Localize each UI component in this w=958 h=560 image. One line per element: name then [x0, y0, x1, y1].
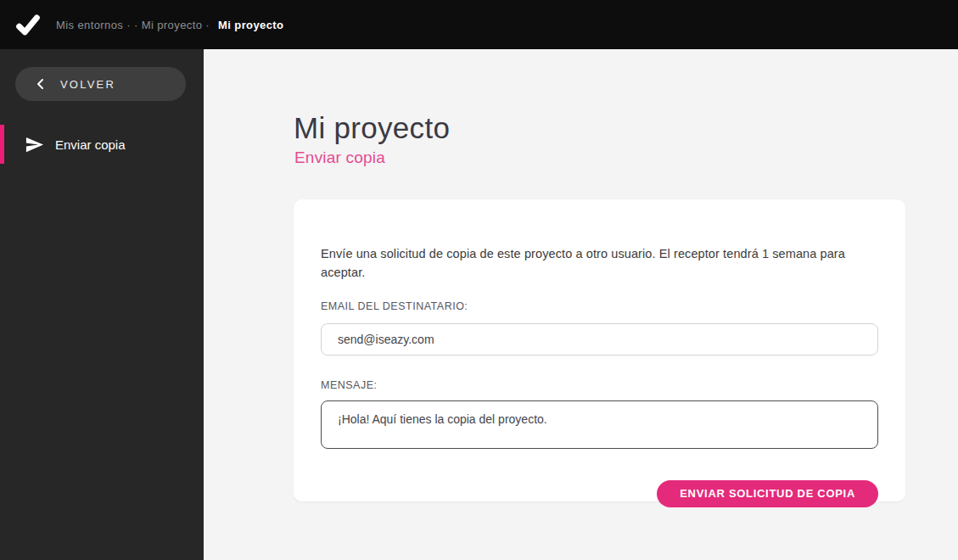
breadcrumb-trail[interactable]: Mis entornos · · Mi proyecto · — [56, 19, 210, 31]
chevron-left-icon — [36, 78, 45, 90]
active-indicator — [0, 125, 4, 164]
back-button-label: VOLVER — [60, 78, 115, 91]
email-label: EMAIL DEL DESTINATARIO: — [321, 300, 878, 313]
send-icon — [25, 135, 44, 154]
sidebar-item-enviar-copia[interactable]: Enviar copia — [0, 125, 204, 164]
breadcrumb-current: Mi proyecto — [218, 19, 283, 31]
breadcrumb: Mis entornos · · Mi proyecto · Mi proyec… — [56, 19, 283, 31]
sidebar: VOLVER Enviar copia — [0, 49, 204, 560]
page-subtitle: Enviar copia — [294, 148, 385, 167]
card-description: Envíe una solicitud de copia de este pro… — [321, 244, 878, 282]
page-title: Mi proyecto — [294, 111, 450, 145]
message-textarea[interactable]: ¡Hola! Aquí tienes la copia del proyecto… — [321, 400, 878, 449]
send-copy-request-button[interactable]: ENVIAR SOLICITUD DE COPIA — [657, 480, 878, 507]
email-input[interactable] — [321, 323, 878, 356]
message-label: MENSAJE: — [321, 379, 878, 392]
sidebar-item-label: Enviar copia — [55, 137, 126, 152]
button-row: ENVIAR SOLICITUD DE COPIA — [321, 480, 878, 507]
send-copy-card: Envíe una solicitud de copia de este pro… — [294, 199, 905, 501]
check-icon — [14, 11, 42, 38]
main-content: Mi proyecto Enviar copia Envíe una solic… — [204, 49, 958, 560]
topbar: Mis entornos · · Mi proyecto · Mi proyec… — [0, 0, 958, 49]
logo[interactable] — [11, 8, 45, 41]
app-root: Mis entornos · · Mi proyecto · Mi proyec… — [0, 0, 958, 560]
back-button[interactable]: VOLVER — [15, 67, 186, 101]
